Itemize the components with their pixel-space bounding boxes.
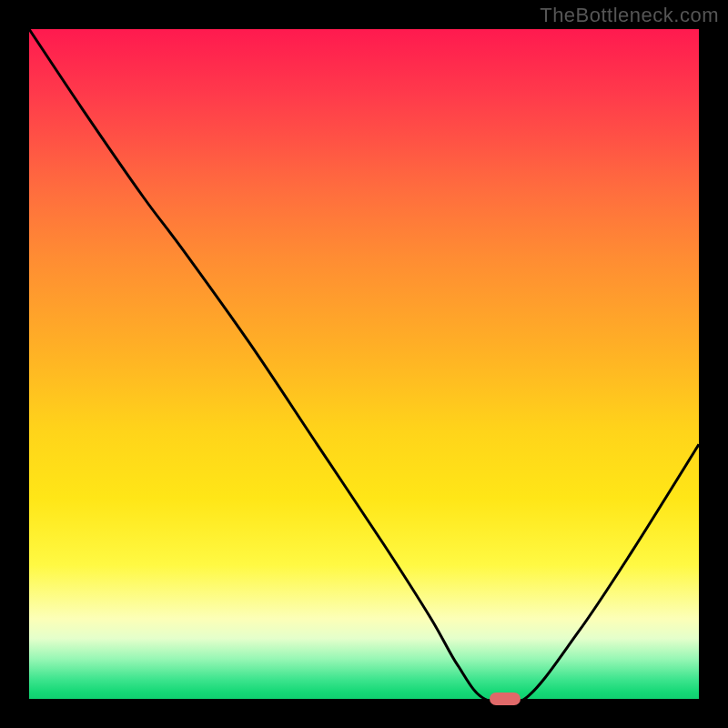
optimal-point-marker — [490, 693, 521, 705]
bottleneck-curve — [29, 29, 699, 705]
chart-curve-svg — [29, 29, 699, 699]
chart-frame: TheBottleneck.com — [0, 0, 728, 728]
watermark-text: TheBottleneck.com — [540, 4, 719, 27]
